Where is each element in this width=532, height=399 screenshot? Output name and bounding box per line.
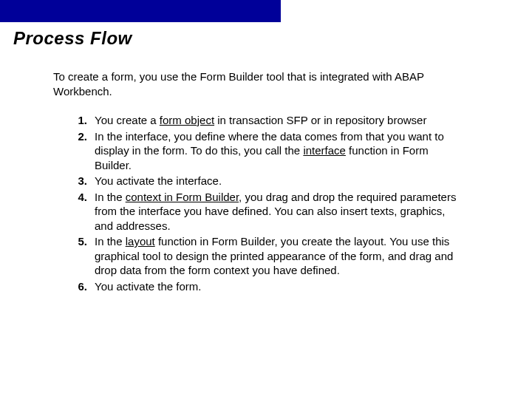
step-number: 2. [75,129,95,173]
step-item: 3. You activate the interface. [75,174,495,188]
step-item: 6. You activate the form. [75,279,495,294]
step-text: You activate the form. [95,279,495,294]
link-interface[interactable]: interface [303,144,346,157]
step-text: You activate the interface. [95,174,495,188]
page-title: Process Flow [0,22,532,49]
steps-list: 1. You create a form object in transacti… [53,113,495,293]
header-bar [0,0,281,22]
link-form-object[interactable]: form object [160,114,214,126]
step-text: In the layout function in Form Builder, … [95,234,495,278]
step-item: 5. In the layout function in Form Builde… [75,234,495,278]
step-item: 2. In the interface, you define where th… [75,129,495,173]
step-text: In the context in Form Builder, you drag… [95,190,495,233]
step-number: 1. [75,113,95,128]
intro-paragraph: To create a form, you use the Form Build… [53,69,495,98]
step-item: 1. You create a form object in transacti… [75,113,495,128]
step-number: 5. [75,234,95,278]
link-context[interactable]: context in Form Builder [126,191,239,203]
step-text: You create a form object in transaction … [95,113,495,128]
link-layout[interactable]: layout [126,235,155,248]
step-text: In the interface, you define where the d… [95,129,495,173]
step-item: 4. In the context in Form Builder, you d… [75,190,495,233]
content-area: To create a form, you use the Form Build… [0,49,532,293]
step-number: 4. [75,190,95,233]
step-number: 3. [75,174,95,188]
step-number: 6. [75,279,95,294]
